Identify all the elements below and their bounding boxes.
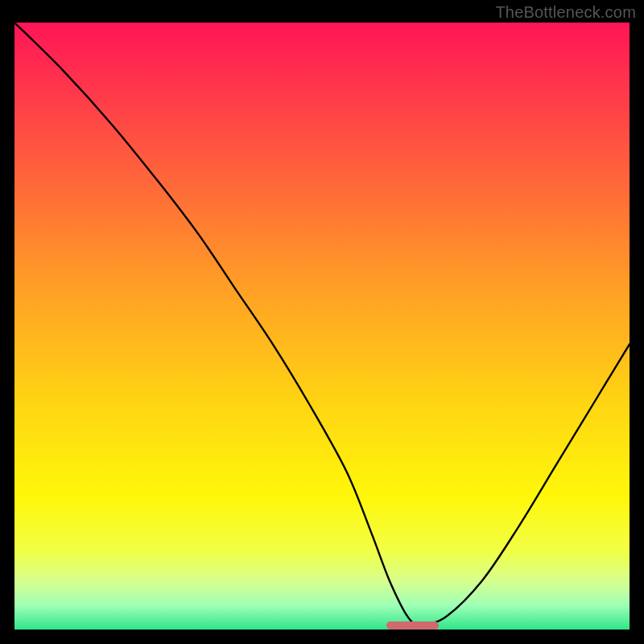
plot-area bbox=[14, 23, 630, 630]
optimum-marker bbox=[386, 621, 439, 630]
watermark-label: TheBottleneck.com bbox=[495, 3, 636, 22]
gradient-rect bbox=[14, 23, 630, 630]
chart-frame: TheBottleneck.com bbox=[0, 0, 644, 644]
plot-svg bbox=[14, 23, 630, 630]
